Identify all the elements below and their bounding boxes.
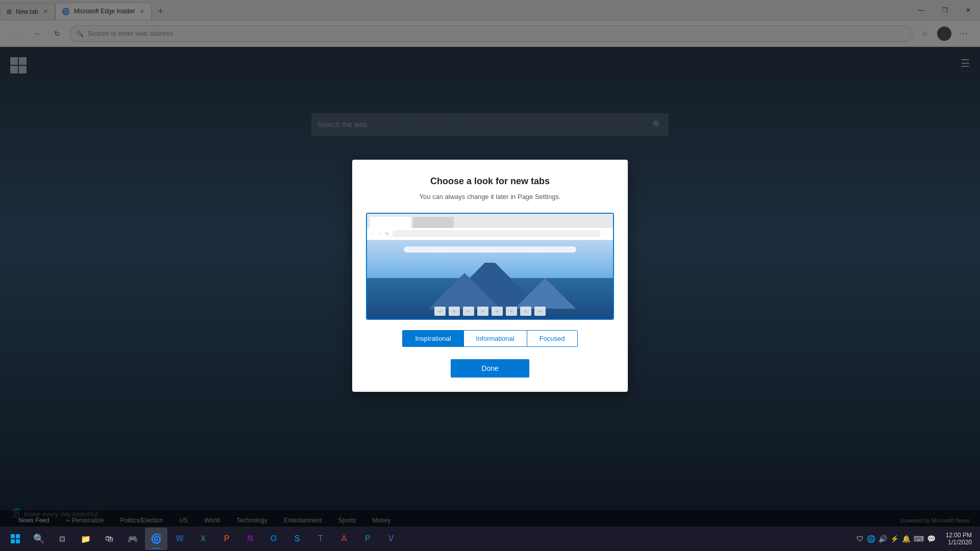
option-focused[interactable]: Focused bbox=[527, 331, 577, 346]
visio-taskbar-button[interactable]: V bbox=[380, 528, 402, 550]
skype-taskbar-button[interactable]: S bbox=[286, 528, 308, 550]
teams-taskbar-button[interactable]: T bbox=[309, 528, 332, 550]
modal-subtitle: You can always change it later in Page S… bbox=[419, 193, 560, 201]
preview-tab-bar bbox=[367, 214, 613, 228]
prev-fwd: → bbox=[378, 232, 382, 236]
prev-icon-1: ▭ bbox=[434, 307, 446, 316]
preview-mountain: ▭ ▭ ▭ ▭ ▭ ▭ ▭ ▭ bbox=[367, 263, 613, 319]
edge-taskbar-icon: 🌀 bbox=[151, 533, 162, 544]
skype-icon: S bbox=[295, 534, 300, 543]
visio-icon: V bbox=[388, 534, 394, 543]
prev-icon-2: ▭ bbox=[449, 307, 460, 316]
teams-icon: T bbox=[318, 534, 323, 543]
outlook-taskbar-button[interactable]: O bbox=[262, 528, 285, 550]
prev-icon-8: ▭ bbox=[534, 307, 546, 316]
task-view-icon: ⊡ bbox=[59, 535, 65, 543]
access-taskbar-button[interactable]: A bbox=[333, 528, 355, 550]
option-inspirational[interactable]: Inspirational bbox=[403, 331, 463, 346]
preview-search-bar bbox=[404, 246, 576, 253]
prev-icon-5: ▭ bbox=[492, 307, 503, 316]
xbox-button[interactable]: 🎮 bbox=[121, 528, 144, 550]
mountain-right bbox=[514, 278, 576, 309]
preview-icons-row: ▭ ▭ ▭ ▭ ▭ ▭ ▭ ▭ bbox=[367, 307, 613, 316]
battery-icon[interactable]: ⚡ bbox=[890, 535, 899, 543]
clock-time: 12:00 PM bbox=[946, 532, 972, 539]
file-explorer-button[interactable]: 📁 bbox=[75, 528, 97, 550]
comment-icon[interactable]: 💬 bbox=[927, 535, 936, 543]
prev-url-bar bbox=[392, 230, 601, 237]
publisher-icon: P bbox=[365, 534, 371, 543]
keyboard-icon[interactable]: ⌨ bbox=[914, 535, 924, 543]
file-explorer-icon: 📁 bbox=[81, 534, 91, 544]
clock-date: 1/1/2020 bbox=[946, 539, 972, 546]
prev-menu: ··· bbox=[604, 232, 609, 236]
prev-back: ← bbox=[371, 232, 375, 236]
sys-tray: 🛡 🌐 🔊 ⚡ 🔔 ⌨ 💬 bbox=[852, 535, 940, 543]
preview-tab-inactive bbox=[413, 217, 454, 228]
modal-overlay: Choose a look for new tabs You can alway… bbox=[0, 0, 980, 551]
volume-icon[interactable]: 🔊 bbox=[878, 535, 887, 543]
modal-dialog: Choose a look for new tabs You can alway… bbox=[352, 160, 628, 392]
taskbar: 🔍 ⊡ 📁 🛍 🎮 🌀 W X P N O S T bbox=[0, 527, 980, 551]
taskbar-search-button[interactable]: 🔍 bbox=[28, 528, 50, 550]
tab-options: Inspirational Informational Focused bbox=[402, 330, 577, 347]
prev-icon-3: ▭ bbox=[463, 307, 474, 316]
excel-taskbar-button[interactable]: X bbox=[192, 528, 214, 550]
prev-icon-7: ▭ bbox=[520, 307, 531, 316]
outlook-icon: O bbox=[271, 534, 277, 543]
taskbar-right: 🛡 🌐 🔊 ⚡ 🔔 ⌨ 💬 12:00 PM 1/1/2020 bbox=[852, 532, 976, 546]
preview-tab-active bbox=[370, 217, 411, 228]
mountain-left bbox=[429, 273, 500, 309]
excel-icon: X bbox=[201, 534, 206, 543]
preview-content: ▭ ▭ ▭ ▭ ▭ ▭ ▭ ▭ bbox=[367, 240, 613, 319]
access-icon: A bbox=[341, 534, 347, 543]
modal-title: Choose a look for new tabs bbox=[430, 176, 550, 187]
ppt-taskbar-button[interactable]: P bbox=[215, 528, 238, 550]
option-informational[interactable]: Informational bbox=[464, 331, 527, 346]
edge-taskbar-button[interactable]: 🌀 bbox=[145, 528, 167, 550]
word-taskbar-button[interactable]: W bbox=[168, 528, 191, 550]
prev-refresh: ↻ bbox=[385, 232, 389, 236]
prev-icon-4: ▭ bbox=[477, 307, 488, 316]
onenote-taskbar-button[interactable]: N bbox=[239, 528, 261, 550]
publisher-taskbar-button[interactable]: P bbox=[356, 528, 379, 550]
store-button[interactable]: 🛍 bbox=[98, 528, 120, 550]
taskbar-search-icon: 🔍 bbox=[33, 533, 44, 544]
preview-addr-bar: ← → ↻ ··· bbox=[367, 228, 613, 240]
task-view-button[interactable]: ⊡ bbox=[51, 528, 74, 550]
start-button[interactable] bbox=[4, 528, 27, 550]
prev-icon-6: ▭ bbox=[506, 307, 517, 316]
done-button[interactable]: Done bbox=[451, 359, 529, 378]
windows-start-icon bbox=[11, 534, 20, 543]
shield-icon[interactable]: 🛡 bbox=[856, 535, 864, 543]
active-indicator bbox=[152, 548, 161, 549]
word-icon: W bbox=[176, 534, 183, 543]
store-icon: 🛍 bbox=[105, 534, 113, 543]
network-icon[interactable]: 🌐 bbox=[867, 535, 875, 543]
clock-display[interactable]: 12:00 PM 1/1/2020 bbox=[942, 532, 976, 546]
xbox-icon: 🎮 bbox=[128, 534, 138, 544]
notification-icon[interactable]: 🔔 bbox=[902, 535, 911, 543]
ppt-icon: P bbox=[224, 534, 230, 543]
onenote-icon: N bbox=[247, 534, 253, 543]
preview-browser: ← → ↻ ··· ▭ ▭ ▭ bbox=[366, 213, 614, 320]
